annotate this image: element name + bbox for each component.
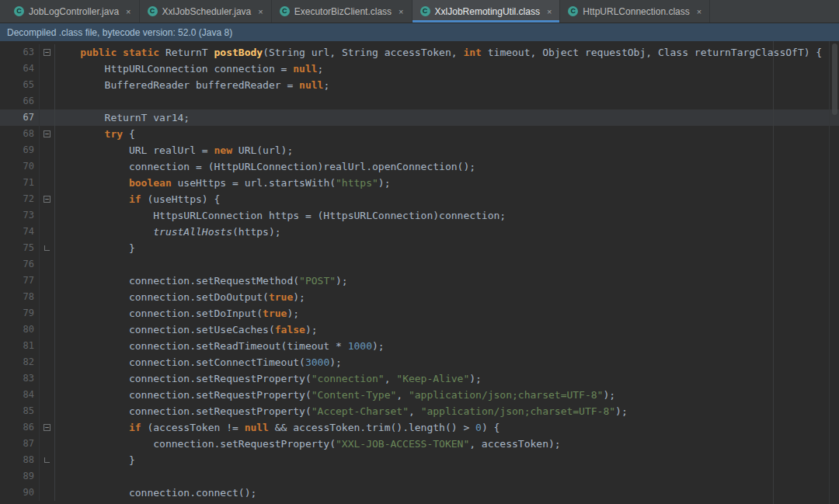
code-token: timeout, Object requestObj, Class return…	[482, 47, 822, 58]
line-number[interactable]: 88	[0, 452, 39, 468]
code-token: );	[378, 177, 391, 189]
fold-marker[interactable]: −	[39, 44, 55, 61]
code-token: ;	[318, 63, 324, 75]
line-number[interactable]: 83	[0, 370, 39, 387]
line-number[interactable]: 68	[0, 126, 39, 142]
code-token: connection.setRequestProperty(	[56, 373, 312, 384]
code-line-70[interactable]: 70 connection = (HttpURLConnection)realU…	[0, 158, 839, 175]
code-line-65[interactable]: 65 BufferedReader bufferedReader = null;	[0, 77, 839, 93]
tab-joblogcontroller-java[interactable]: CJobLogController.java×	[6, 0, 140, 23]
code-line-83[interactable]: 83 connection.setRequestProperty("connec…	[0, 370, 839, 387]
line-number[interactable]: 79	[0, 305, 39, 322]
code-line-75[interactable]: 75 }	[0, 240, 839, 256]
code-line-86[interactable]: 86− if (accessToken != null && accessTok…	[0, 419, 839, 436]
fold-end-icon[interactable]	[44, 245, 50, 251]
tab-executorbizclient-class[interactable]: CExecutorBizClient.class×	[272, 0, 413, 23]
code-line-78[interactable]: 78 connection.setDoOutput(true);	[0, 289, 839, 305]
line-number[interactable]: 74	[0, 224, 39, 240]
code-line-81[interactable]: 81 connection.setReadTimeout(timeout * 1…	[0, 338, 839, 354]
fold-end-icon[interactable]	[44, 457, 50, 463]
line-number[interactable]: 86	[0, 419, 39, 436]
code-line-73[interactable]: 73 HttpsURLConnection https = (HttpsURLC…	[0, 207, 839, 224]
tab-xxljobremotingutil-class[interactable]: CXxlJobRemotingUtil.class×	[413, 0, 561, 23]
close-tab-icon[interactable]: ×	[547, 7, 552, 16]
code-line-63[interactable]: 63− public static ReturnT postBody(Strin…	[0, 44, 839, 61]
tab-httpurlconnection-class[interactable]: CHttpURLConnection.class×	[560, 0, 710, 23]
scrollbar-thumb[interactable]	[832, 43, 837, 115]
line-number[interactable]: 64	[0, 61, 39, 77]
code-line-69[interactable]: 69 URL realUrl = new URL(url);	[0, 142, 839, 158]
close-tab-icon[interactable]: ×	[697, 7, 701, 16]
code-line-71[interactable]: 71 boolean useHttps = url.startsWith("ht…	[0, 175, 839, 191]
line-number[interactable]: 69	[0, 142, 39, 158]
code-line-84[interactable]: 84 connection.setRequestProperty("Conten…	[0, 387, 839, 403]
code-token: connection.setRequestMethod(	[56, 275, 299, 287]
editor-scrollbar[interactable]	[829, 41, 839, 504]
code-line-64[interactable]: 64 HttpURLConnection connection = null;	[0, 61, 839, 77]
code-line-77[interactable]: 77 connection.setRequestMethod("POST");	[0, 273, 839, 289]
line-number[interactable]: 71	[0, 175, 39, 191]
code-token: connection.setRequestProperty(	[56, 389, 312, 401]
fold-gutter	[39, 436, 55, 452]
code-line-67[interactable]: 67 ReturnT var14;	[0, 109, 839, 126]
close-tab-icon[interactable]: ×	[126, 7, 131, 16]
line-number[interactable]: 73	[0, 207, 39, 224]
code-line-76[interactable]: 76	[0, 256, 839, 273]
code-token: );	[293, 291, 305, 303]
line-number[interactable]: 85	[0, 403, 39, 419]
code-text	[55, 256, 56, 273]
code-line-87[interactable]: 87 connection.setRequestProperty("XXL-JO…	[0, 436, 839, 452]
line-number[interactable]: 80	[0, 322, 39, 338]
code-line-89[interactable]: 89	[0, 468, 839, 485]
code-line-85[interactable]: 85 connection.setRequestProperty("Accept…	[0, 403, 839, 419]
line-number[interactable]: 87	[0, 436, 39, 452]
line-number[interactable]: 63	[0, 44, 39, 61]
line-number[interactable]: 66	[0, 93, 39, 109]
fold-marker[interactable]	[39, 240, 55, 256]
fold-gutter	[39, 289, 55, 305]
line-number[interactable]: 67	[0, 109, 39, 126]
code-line-74[interactable]: 74 trustAllHosts(https);	[0, 224, 839, 240]
code-token: if	[56, 422, 141, 433]
fold-collapse-icon[interactable]: −	[44, 130, 50, 137]
tab-xxljobscheduler-java[interactable]: CXxlJobScheduler.java×	[140, 0, 272, 23]
code-token: useHttps = url.startsWith(	[172, 177, 336, 189]
line-number[interactable]: 82	[0, 354, 39, 370]
code-line-90[interactable]: 90 connection.connect();	[0, 485, 839, 501]
line-number[interactable]: 77	[0, 273, 39, 289]
fold-collapse-icon[interactable]: −	[44, 424, 50, 431]
line-number[interactable]: 75	[0, 240, 39, 256]
code-text: connection.setRequestProperty("XXL-JOB-A…	[55, 436, 561, 452]
line-number[interactable]: 76	[0, 256, 39, 273]
line-number[interactable]: 90	[0, 485, 39, 501]
line-number[interactable]: 84	[0, 387, 39, 403]
code-line-66[interactable]: 66	[0, 93, 839, 109]
line-number[interactable]: 72	[0, 191, 39, 207]
fold-collapse-icon[interactable]: −	[44, 49, 50, 56]
code-line-72[interactable]: 72− if (useHttps) {	[0, 191, 839, 207]
code-token: );	[305, 324, 318, 335]
line-number[interactable]: 65	[0, 77, 39, 93]
line-number[interactable]: 78	[0, 289, 39, 305]
class-file-icon: C	[14, 6, 24, 16]
code-token: trustAllHosts	[153, 226, 232, 238]
tab-label: ExecutorBizClient.class	[294, 6, 392, 17]
fold-marker[interactable]: −	[39, 419, 55, 436]
code-line-68[interactable]: 68− try {	[0, 126, 839, 142]
code-text: connection.connect();	[55, 485, 256, 501]
code-line-79[interactable]: 79 connection.setDoInput(true);	[0, 305, 839, 322]
close-tab-icon[interactable]: ×	[399, 7, 403, 16]
line-number[interactable]: 89	[0, 468, 39, 485]
fold-collapse-icon[interactable]: −	[44, 196, 50, 203]
line-number[interactable]: 81	[0, 338, 39, 354]
line-number[interactable]: 70	[0, 158, 39, 175]
fold-marker[interactable]	[39, 452, 55, 468]
code-editor[interactable]: 63− public static ReturnT postBody(Strin…	[0, 41, 839, 504]
fold-marker[interactable]: −	[39, 126, 55, 142]
code-line-82[interactable]: 82 connection.setConnectTimeout(3000);	[0, 354, 839, 370]
close-tab-icon[interactable]: ×	[258, 7, 263, 16]
code-token: public static	[56, 47, 165, 58]
code-line-80[interactable]: 80 connection.setUseCaches(false);	[0, 322, 839, 338]
fold-marker[interactable]: −	[39, 191, 55, 207]
code-line-88[interactable]: 88 }	[0, 452, 839, 468]
